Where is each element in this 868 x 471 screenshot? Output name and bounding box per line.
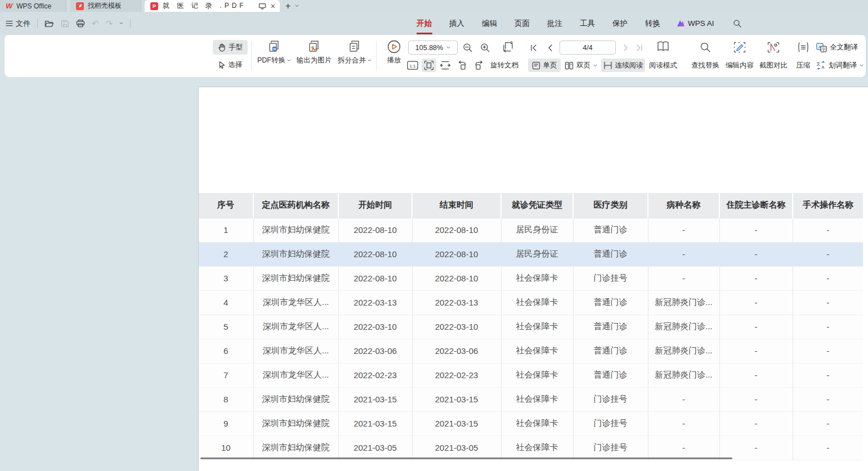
divider [130, 19, 131, 28]
compress-button[interactable]: 压缩 [794, 59, 813, 72]
menu-home[interactable]: 开始 [415, 16, 433, 31]
table-cell: - [719, 363, 793, 387]
page-number-input[interactable]: 4/4 [560, 41, 616, 55]
chevron-down-icon [860, 64, 863, 68]
find-replace-button-icon[interactable] [696, 39, 714, 55]
document-canvas[interactable]: 序号定点医药机构名称开始时间结束时间就诊凭证类型医疗类别病种名称住院主诊断名称手… [0, 77, 868, 471]
print-icon[interactable] [76, 19, 85, 28]
undo-icon[interactable]: ↶ [92, 19, 99, 29]
table-cell: - [648, 242, 719, 266]
table-cell: - [793, 363, 863, 387]
table-cell: - [793, 339, 863, 363]
table-row: 3深圳市妇幼保健院2022-08-102022-08-10社会保障卡门诊挂号--… [199, 266, 863, 290]
table-cell: - [719, 436, 793, 460]
zoom-level-dropdown[interactable]: 105.88% [408, 41, 458, 55]
plus-icon[interactable]: + [285, 2, 290, 11]
nav-next-icon [623, 44, 629, 52]
rotate-left-button[interactable] [455, 59, 469, 72]
close-icon[interactable]: × [271, 2, 275, 11]
menu-edit[interactable]: 编辑 [481, 16, 498, 31]
table-cell: 新冠肺炎门诊... [648, 315, 719, 339]
table-cell: 2022-08-10 [412, 242, 501, 266]
table-cell: - [648, 266, 719, 290]
read-mode-button[interactable] [653, 38, 673, 55]
prev-page-button[interactable] [543, 41, 557, 55]
redo-icon[interactable]: ↷ [106, 19, 113, 29]
column-header: 开始时间 [338, 193, 412, 218]
zoom-out-button[interactable] [460, 41, 475, 55]
edit-content-button-icon[interactable] [731, 39, 749, 55]
file-menu-button[interactable]: 文件 [6, 19, 30, 29]
word-translate-button[interactable]: 文A 划词翻译 [816, 59, 868, 72]
tab-wps-office[interactable]: W WPS Office [0, 0, 66, 12]
edit-content-label: 编辑内容 [726, 61, 754, 70]
table-cell: 门诊挂号 [573, 436, 648, 460]
continuous-read-button[interactable]: 连续阅读 [601, 59, 645, 72]
full-translate-icon: A字 [816, 43, 827, 52]
menu-convert[interactable]: 转换 [644, 16, 661, 31]
last-page-button[interactable] [633, 41, 646, 55]
next-page-button[interactable] [619, 41, 633, 55]
compress-button-icon[interactable] [794, 39, 812, 55]
svg-text:A: A [821, 65, 824, 70]
table-cell: - [719, 290, 793, 315]
folder-open-icon[interactable] [44, 20, 54, 28]
table-cell: 深圳市妇幼保健院 [253, 436, 338, 460]
search-icon[interactable] [733, 19, 742, 28]
find-replace-button[interactable]: 查找替换 [687, 59, 723, 72]
play-button[interactable]: 播放 [381, 39, 408, 65]
table-row: 7深圳市龙华区人...2022-02-232022-02-23社会保障卡普通门诊… [199, 363, 863, 387]
menu-page[interactable]: 页面 [513, 16, 531, 31]
menu-comment[interactable]: 批注 [546, 16, 563, 31]
screenshot-compare-button[interactable]: 截图对比 [755, 59, 791, 72]
rotate-pages-button[interactable] [499, 38, 518, 55]
wps-ai-button[interactable]: WPS AI [677, 19, 714, 28]
zoom-in-button[interactable] [478, 41, 493, 55]
tab-document-pdf[interactable]: P 就 医 记 录 .PDF × [145, 0, 280, 12]
one-to-one-icon: 1:1 [407, 61, 418, 70]
monitor-icon[interactable] [258, 3, 266, 10]
chevron-down-icon[interactable] [295, 4, 299, 8]
table-cell: 社会保障卡 [501, 436, 573, 460]
table-cell: 社会保障卡 [501, 411, 573, 436]
hand-tool-button[interactable]: 手型 [213, 40, 248, 55]
fit-width-button[interactable] [438, 59, 453, 72]
rotate-doc-button[interactable]: 旋转文档 [482, 59, 527, 72]
read-mode-label-button[interactable]: 阅读模式 [646, 59, 680, 72]
full-translate-button[interactable]: A字 全文翻译 [816, 39, 868, 55]
table-cell: - [648, 387, 719, 411]
double-page-button[interactable]: 双页 [563, 59, 599, 72]
full-translate-label: 全文翻译 [830, 43, 858, 52]
chevron-down-icon[interactable] [119, 21, 123, 25]
edit-content-button[interactable]: 编辑内容 [722, 59, 758, 72]
wps-logo: W [6, 2, 12, 10]
screenshot-compare-icon [767, 42, 780, 53]
table-cell: - [648, 411, 719, 436]
wps-ai-logo-icon [677, 20, 685, 27]
fit-page-button[interactable] [422, 59, 436, 72]
svg-text:1:1: 1:1 [409, 64, 416, 69]
actual-size-button[interactable]: 1:1 [405, 59, 420, 72]
menu-protect[interactable]: 保护 [611, 16, 629, 31]
menu-insert[interactable]: 插入 [448, 16, 466, 31]
screenshot-compare-label: 截图对比 [759, 61, 788, 70]
table-row: 2深圳市妇幼保健院2022-08-102022-08-10居民身份证普通门诊--… [199, 242, 863, 266]
table-cell: 2022-03-13 [338, 290, 412, 315]
screenshot-compare-button-icon[interactable] [764, 39, 782, 55]
table-cell: 新冠肺炎门诊... [648, 339, 719, 363]
first-page-button[interactable] [527, 41, 540, 55]
split-merge-button[interactable]: 拆分合并 [331, 39, 378, 65]
select-tool-button[interactable]: 选择 [213, 57, 248, 72]
single-page-button[interactable]: 单页 [528, 59, 561, 72]
find-replace-label: 查找替换 [691, 61, 719, 70]
save-icon[interactable] [61, 20, 69, 28]
table-cell: - [719, 218, 793, 242]
table-cell: 2021-03-15 [338, 411, 412, 436]
menu-tools[interactable]: 工具 [579, 16, 596, 31]
table-cell: 2 [199, 242, 253, 266]
tab-docer-templates[interactable]: 找稻壳模板 [70, 0, 141, 12]
ribbon-toolbar: 手型 选择 W PDF转换 输出为图片 拆分合并 播放 105.88% [5, 35, 866, 77]
table-cell: - [719, 411, 793, 436]
zoom-out-icon [463, 43, 473, 53]
table-header-row: 序号定点医药机构名称开始时间结束时间就诊凭证类型医疗类别病种名称住院主诊断名称手… [199, 193, 863, 218]
